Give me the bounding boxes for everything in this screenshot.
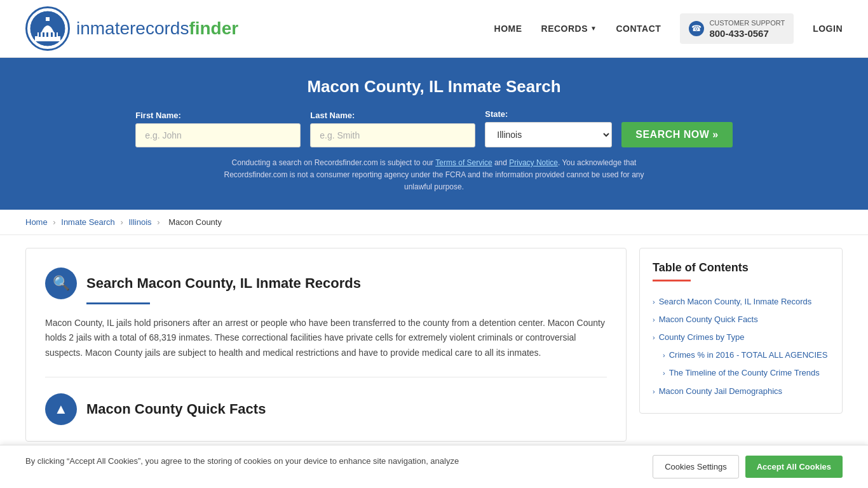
customer-support: ☎ CUSTOMER SUPPORT 800-433-0567 xyxy=(680,13,794,43)
logo-text-bold: finder xyxy=(189,18,238,38)
nav-home[interactable]: HOME xyxy=(494,24,522,34)
toc-list: ›Search Macon County, IL Inmate Records›… xyxy=(653,293,829,400)
toc-item[interactable]: ›Macon County Jail Demographics xyxy=(653,383,829,400)
section-title-underline xyxy=(86,302,150,304)
svg-rect-6 xyxy=(46,32,48,37)
toc-item[interactable]: ›Macon County Quick Facts xyxy=(653,311,829,329)
toc-item[interactable]: ›Search Macon County, IL Inmate Records xyxy=(653,293,829,311)
nav-records-label: RECORDS xyxy=(541,24,588,34)
page-title: Macon County, IL Inmate Search xyxy=(25,77,843,97)
search-button[interactable]: SEARCH NOW » xyxy=(621,122,732,147)
right-sidebar: Table of Contents ›Search Macon County, … xyxy=(639,248,843,414)
nav-login[interactable]: LOGIN xyxy=(813,24,843,34)
toc-item[interactable]: ›County Crimes by Type xyxy=(653,329,829,346)
section-quick-facts-header: ▲ Macon County Quick Facts xyxy=(45,393,607,425)
svg-rect-7 xyxy=(51,32,53,37)
search-hero: Macon County, IL Inmate Search First Nam… xyxy=(0,58,868,210)
tos-link[interactable]: Terms of Service xyxy=(435,158,492,167)
toc-item-label: Macon County Jail Demographics xyxy=(659,386,782,397)
search-form: First Name: Last Name: State: Illinois S… xyxy=(25,109,843,147)
first-name-input[interactable] xyxy=(135,123,301,147)
last-name-group: Last Name: xyxy=(310,111,475,147)
left-content: 🔍 Search Macon County, IL Inmate Records… xyxy=(25,248,627,442)
first-name-label: First Name: xyxy=(135,111,181,120)
toc-title: Table of Contents xyxy=(653,261,829,274)
svg-rect-5 xyxy=(43,32,44,37)
search-section-icon: 🔍 xyxy=(45,268,77,299)
records-chevron-icon: ▼ xyxy=(590,25,597,32)
svg-rect-3 xyxy=(46,17,50,21)
toc-chevron-icon: › xyxy=(653,387,655,396)
section-quick-facts: ▲ Macon County Quick Facts xyxy=(45,377,607,425)
toc-item-label: Search Macon County, IL Inmate Records xyxy=(659,296,812,308)
support-number[interactable]: 800-433-0567 xyxy=(709,28,785,39)
cookie-banner: By clicking “Accept All Cookies”, you ag… xyxy=(0,445,868,454)
quick-facts-icon: ▲ xyxy=(45,393,77,425)
section-search-body: Macon County, IL jails hold prisoners af… xyxy=(45,316,607,361)
toc-chevron-icon: › xyxy=(663,369,665,378)
support-label: CUSTOMER SUPPORT xyxy=(709,18,785,27)
svg-rect-1 xyxy=(35,36,60,41)
toc-chevron-icon: › xyxy=(653,297,655,307)
logo-text-regular: inmaterecords xyxy=(76,18,189,38)
section-search-header: 🔍 Search Macon County, IL Inmate Records xyxy=(45,268,607,299)
breadcrumb-home[interactable]: Home xyxy=(25,217,48,227)
breadcrumb: Home › Inmate Search › Illinois › Macon … xyxy=(0,210,868,235)
breadcrumb-sep1: › xyxy=(53,217,55,227)
nav-contact[interactable]: CONTACT xyxy=(616,24,661,34)
svg-rect-4 xyxy=(39,32,41,37)
section-search: 🔍 Search Macon County, IL Inmate Records… xyxy=(45,268,607,377)
section-search-title: Search Macon County, IL Inmate Records xyxy=(86,275,361,292)
nav-records[interactable]: RECORDS ▼ xyxy=(541,24,597,34)
header: inmaterecordsfinder HOME RECORDS ▼ CONTA… xyxy=(0,0,868,58)
privacy-link[interactable]: Privacy Notice xyxy=(509,158,558,167)
logo-icon xyxy=(25,6,70,51)
state-label: State: xyxy=(485,109,508,119)
svg-rect-8 xyxy=(55,32,57,37)
phone-icon: ☎ xyxy=(689,21,704,36)
toc-chevron-icon: › xyxy=(653,315,655,325)
nav-area: HOME RECORDS ▼ CONTACT ☎ CUSTOMER SUPPOR… xyxy=(494,13,843,43)
toc-underline xyxy=(653,280,691,281)
toc-item[interactable]: ›The Timeline of the County Crime Trends xyxy=(653,364,829,382)
breadcrumb-inmate-search[interactable]: Inmate Search xyxy=(61,217,115,227)
toc-chevron-icon: › xyxy=(663,351,665,360)
breadcrumb-illinois[interactable]: Illinois xyxy=(128,217,151,227)
state-select[interactable]: Illinois xyxy=(485,122,612,147)
toc-item-label: County Crimes by Type xyxy=(659,332,745,343)
main-content: 🔍 Search Macon County, IL Inmate Records… xyxy=(0,235,868,454)
section-quick-facts-title: Macon County Quick Facts xyxy=(86,401,266,417)
logo-text: inmaterecordsfinder xyxy=(76,18,238,39)
first-name-group: First Name: xyxy=(135,111,301,147)
toc-item[interactable]: ›Crimes % in 2016 - TOTAL ALL AGENCIES xyxy=(653,346,829,364)
toc-chevron-icon: › xyxy=(653,333,655,342)
breadcrumb-sep2: › xyxy=(120,217,123,227)
last-name-label: Last Name: xyxy=(310,111,355,120)
breadcrumb-current: Macon County xyxy=(168,217,222,227)
breadcrumb-sep3: › xyxy=(157,217,159,227)
disclaimer-text: Conducting a search on Recordsfinder.com… xyxy=(212,157,656,194)
logo-area: inmaterecordsfinder xyxy=(25,6,238,51)
toc-item-label: The Timeline of the County Crime Trends xyxy=(669,367,820,379)
support-info: CUSTOMER SUPPORT 800-433-0567 xyxy=(709,18,785,38)
toc-item-label: Crimes % in 2016 - TOTAL ALL AGENCIES xyxy=(669,349,828,361)
toc-item-label: Macon County Quick Facts xyxy=(659,314,758,325)
last-name-input[interactable] xyxy=(310,123,475,147)
state-group: State: Illinois xyxy=(485,109,612,147)
